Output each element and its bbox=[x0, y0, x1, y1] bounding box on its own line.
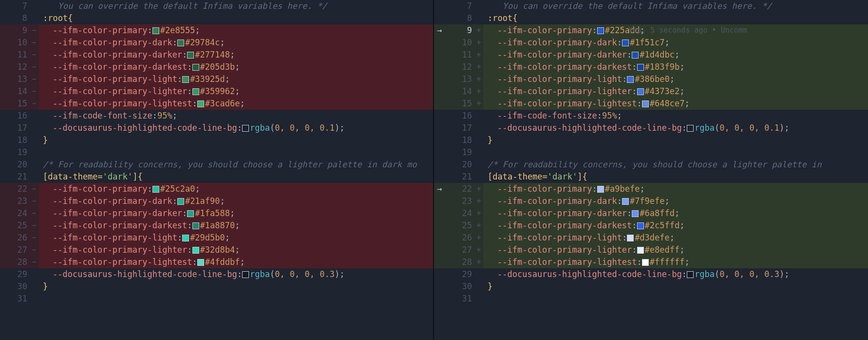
line-number[interactable]: 9 bbox=[445, 24, 474, 37]
line-number[interactable]: 20 bbox=[445, 159, 474, 171]
code-line[interactable]: 29--docusaurus-highlighted-code-line-bg:… bbox=[434, 268, 868, 280]
code-content[interactable]: --ifm-color-primary-darker: #6a8ffd; bbox=[484, 207, 868, 220]
code-line[interactable]: 8:root { bbox=[434, 12, 868, 24]
code-line[interactable]: 28−--ifm-color-primary-lightest: #4fddbf… bbox=[0, 256, 433, 268]
code-line[interactable]: 15−--ifm-color-primary-lightest: #3cad6e… bbox=[0, 98, 433, 110]
code-content[interactable]: --ifm-color-primary-darkest: #2c5ffd; bbox=[484, 220, 868, 232]
code-line[interactable]: 11+--ifm-color-primary-darker: #1d4dbc; bbox=[434, 49, 868, 61]
line-number[interactable]: 29 bbox=[0, 268, 29, 280]
code-content[interactable]: --ifm-code-font-size: 95%; bbox=[484, 110, 868, 122]
code-content[interactable]: --ifm-color-primary-darkest: #205d3b; bbox=[39, 61, 433, 73]
line-number[interactable]: 27 bbox=[445, 244, 474, 256]
line-number[interactable]: 24 bbox=[445, 207, 474, 220]
code-line[interactable]: 30} bbox=[434, 280, 868, 293]
code-content[interactable]: --ifm-color-primary-lightest: #ffffff; bbox=[484, 256, 868, 268]
code-content[interactable]: --ifm-color-primary-darkest: #1a8870; bbox=[39, 220, 433, 232]
line-number[interactable]: 31 bbox=[0, 293, 29, 305]
line-number[interactable]: 15 bbox=[445, 98, 474, 110]
code-content[interactable]: --ifm-color-primary: #a9befe; bbox=[484, 183, 868, 195]
line-number[interactable]: 9 bbox=[0, 24, 29, 37]
code-line[interactable]: 19 bbox=[434, 146, 868, 159]
code-content[interactable] bbox=[39, 146, 433, 159]
code-line[interactable]: 28+--ifm-color-primary-lightest: #ffffff… bbox=[434, 256, 868, 268]
line-number[interactable]: 18 bbox=[445, 134, 474, 146]
code-content[interactable]: } bbox=[484, 280, 868, 293]
code-content[interactable]: --docusaurus-highlighted-code-line-bg: r… bbox=[39, 268, 433, 280]
code-content[interactable]: [data-theme='dark'] { bbox=[484, 171, 868, 183]
code-content[interactable]: --ifm-color-primary-darker: #1d4dbc; bbox=[484, 49, 868, 61]
code-line[interactable]: 15+--ifm-color-primary-lightest: #648ce7… bbox=[434, 98, 868, 110]
code-content[interactable]: [data-theme='dark'] { bbox=[39, 171, 433, 183]
code-content[interactable]: :root { bbox=[484, 12, 868, 24]
line-number[interactable]: 29 bbox=[445, 268, 474, 280]
line-number[interactable]: 26 bbox=[445, 232, 474, 244]
code-line[interactable]: 9−--ifm-color-primary: #2e8555; bbox=[0, 24, 433, 37]
code-content[interactable]: --ifm-color-primary: #2e8555; bbox=[39, 24, 433, 37]
code-line[interactable]: 20/* For readability concerns, you shoul… bbox=[434, 159, 868, 171]
line-number[interactable]: 22 bbox=[0, 183, 29, 195]
line-number[interactable]: 23 bbox=[0, 195, 29, 207]
line-number[interactable]: 7 bbox=[445, 0, 474, 12]
code-line[interactable]: 7 You can override the default Infima va… bbox=[434, 0, 868, 12]
code-content[interactable]: } bbox=[39, 280, 433, 293]
code-line[interactable]: 23+--ifm-color-primary-dark: #7f9efe; bbox=[434, 195, 868, 207]
line-number[interactable]: 21 bbox=[0, 171, 29, 183]
line-number[interactable]: 11 bbox=[0, 49, 29, 61]
line-number[interactable]: 14 bbox=[0, 85, 29, 98]
line-number[interactable]: 30 bbox=[445, 280, 474, 293]
code-content[interactable]: --ifm-color-primary-darkest: #183f9b; bbox=[484, 61, 868, 73]
code-line[interactable]: 8:root { bbox=[0, 12, 433, 24]
code-content[interactable]: You can override the default Infima vari… bbox=[39, 0, 433, 12]
code-content[interactable]: --ifm-color-primary-lighter: #e8edff; bbox=[484, 244, 868, 256]
code-content[interactable]: } bbox=[484, 134, 868, 146]
line-number[interactable]: 25 bbox=[445, 220, 474, 232]
code-line[interactable]: 22−--ifm-color-primary: #25c2a0; bbox=[0, 183, 433, 195]
line-number[interactable]: 12 bbox=[0, 61, 29, 73]
code-line[interactable]: 30} bbox=[0, 280, 433, 293]
code-content[interactable]: --ifm-color-primary: #25c2a0; bbox=[39, 183, 433, 195]
code-content[interactable]: /* For readability concerns, you should … bbox=[39, 159, 433, 171]
line-number[interactable]: 16 bbox=[0, 110, 29, 122]
line-number[interactable]: 13 bbox=[0, 73, 29, 85]
code-line[interactable]: 7 You can override the default Infima va… bbox=[0, 0, 433, 12]
code-line[interactable]: 17--docusaurus-highlighted-code-line-bg:… bbox=[434, 122, 868, 134]
code-content[interactable]: --ifm-color-primary-lightest: #4fddbf; bbox=[39, 256, 433, 268]
line-number[interactable]: 22 bbox=[445, 183, 474, 195]
code-content[interactable]: --ifm-color-primary-light: #386be0; bbox=[484, 73, 868, 85]
code-line[interactable]: 26−--ifm-color-primary-light: #29d5b0; bbox=[0, 232, 433, 244]
line-number[interactable]: 19 bbox=[445, 146, 474, 159]
code-line[interactable]: 27+--ifm-color-primary-lighter: #e8edff; bbox=[434, 244, 868, 256]
code-line[interactable]: 10−--ifm-color-primary-dark: #29784c; bbox=[0, 37, 433, 49]
code-content[interactable]: --ifm-color-primary-lighter: #32d8b4; bbox=[39, 244, 433, 256]
code-line[interactable]: 31 bbox=[0, 293, 433, 305]
code-content[interactable]: You can override the default Infima vari… bbox=[484, 0, 868, 12]
line-number[interactable]: 17 bbox=[0, 122, 29, 134]
code-line[interactable]: 16--ifm-code-font-size: 95%; bbox=[434, 110, 868, 122]
code-content[interactable]: --ifm-color-primary-light: #33925d; bbox=[39, 73, 433, 85]
line-number[interactable]: 30 bbox=[0, 280, 29, 293]
line-number[interactable]: 25 bbox=[0, 220, 29, 232]
code-content[interactable]: --ifm-color-primary-lighter: #4373e2; bbox=[484, 85, 868, 98]
line-number[interactable]: 27 bbox=[0, 244, 29, 256]
code-line[interactable]: 11−--ifm-color-primary-darker: #277148; bbox=[0, 49, 433, 61]
line-number[interactable]: 18 bbox=[0, 134, 29, 146]
code-content[interactable]: } bbox=[39, 134, 433, 146]
code-content[interactable] bbox=[484, 293, 868, 305]
line-number[interactable]: 8 bbox=[445, 12, 474, 24]
line-number[interactable]: 12 bbox=[445, 61, 474, 73]
code-line[interactable]: 18} bbox=[0, 134, 433, 146]
code-content[interactable] bbox=[39, 293, 433, 305]
code-line[interactable]: 19 bbox=[0, 146, 433, 159]
line-number[interactable]: 28 bbox=[0, 256, 29, 268]
code-line[interactable]: 24−--ifm-color-primary-darker: #1fa588; bbox=[0, 207, 433, 220]
code-line[interactable]: 26+--ifm-color-primary-light: #d3defe; bbox=[434, 232, 868, 244]
code-line[interactable]: 17--docusaurus-highlighted-code-line-bg:… bbox=[0, 122, 433, 134]
code-content[interactable]: --ifm-color-primary-light: #d3defe; bbox=[484, 232, 868, 244]
code-content[interactable]: --docusaurus-highlighted-code-line-bg: r… bbox=[484, 122, 868, 134]
code-line[interactable]: 18} bbox=[434, 134, 868, 146]
line-number[interactable]: 10 bbox=[0, 37, 29, 49]
code-line[interactable]: 12−--ifm-color-primary-darkest: #205d3b; bbox=[0, 61, 433, 73]
code-content[interactable]: --ifm-color-primary-darker: #1fa588; bbox=[39, 207, 433, 220]
code-line[interactable]: 23−--ifm-color-primary-dark: #21af90; bbox=[0, 195, 433, 207]
code-content[interactable] bbox=[484, 146, 868, 159]
